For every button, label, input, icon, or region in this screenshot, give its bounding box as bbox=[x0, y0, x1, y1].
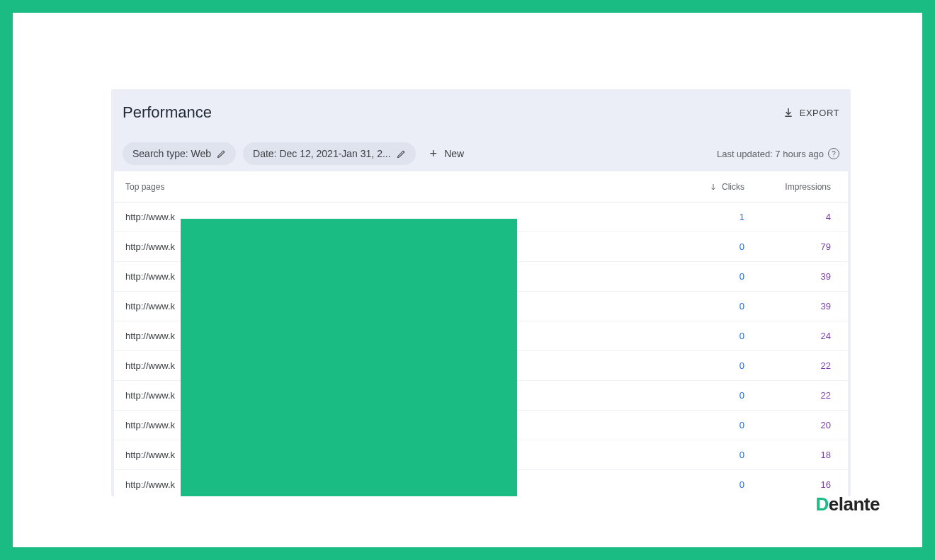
cell-clicks: 0 bbox=[664, 450, 749, 460]
cell-impressions: 4 bbox=[749, 212, 848, 222]
cell-impressions: 16 bbox=[749, 479, 848, 490]
cell-impressions: 22 bbox=[749, 390, 848, 401]
col-header-pages[interactable]: Top pages bbox=[114, 182, 664, 192]
last-updated-text: Last updated: 7 hours ago bbox=[717, 149, 824, 159]
add-filter-button[interactable]: + New bbox=[423, 142, 472, 165]
sort-down-icon bbox=[709, 183, 718, 191]
date-range-label: Date: Dec 12, 2021-Jan 31, 2... bbox=[253, 148, 391, 159]
cell-impressions: 22 bbox=[749, 360, 848, 371]
cell-impressions: 20 bbox=[749, 420, 848, 430]
outer-frame: Performance EXPORT Search type: Web Date… bbox=[0, 0, 935, 560]
brand-first-letter: D bbox=[816, 493, 829, 515]
new-label: New bbox=[444, 148, 464, 159]
plus-icon: + bbox=[430, 147, 438, 161]
pencil-icon bbox=[217, 149, 226, 159]
table-header-row: Top pages Clicks Impressions bbox=[114, 171, 848, 202]
clicks-header-text: Clicks bbox=[722, 182, 744, 192]
cell-clicks: 0 bbox=[664, 241, 749, 252]
cell-impressions: 39 bbox=[749, 271, 848, 282]
cell-impressions: 39 bbox=[749, 301, 848, 312]
cell-clicks: 0 bbox=[664, 479, 749, 490]
last-updated: Last updated: 7 hours ago ? bbox=[717, 148, 839, 159]
page-title: Performance bbox=[123, 103, 212, 122]
help-icon[interactable]: ? bbox=[828, 148, 839, 159]
export-label: EXPORT bbox=[800, 108, 839, 118]
cell-clicks: 1 bbox=[664, 212, 749, 222]
cell-impressions: 18 bbox=[749, 450, 848, 460]
cell-impressions: 24 bbox=[749, 331, 848, 341]
col-header-impressions[interactable]: Impressions bbox=[749, 182, 848, 192]
cell-clicks: 0 bbox=[664, 390, 749, 401]
cell-clicks: 0 bbox=[664, 360, 749, 371]
panel-header: Performance EXPORT bbox=[111, 89, 851, 136]
export-button[interactable]: EXPORT bbox=[783, 107, 839, 118]
cell-impressions: 79 bbox=[749, 241, 848, 252]
search-type-chip[interactable]: Search type: Web bbox=[123, 142, 236, 165]
date-range-chip[interactable]: Date: Dec 12, 2021-Jan 31, 2... bbox=[243, 142, 416, 165]
search-type-label: Search type: Web bbox=[132, 148, 211, 159]
redaction-block bbox=[181, 219, 517, 496]
filter-bar: Search type: Web Date: Dec 12, 2021-Jan … bbox=[111, 136, 851, 171]
pencil-icon bbox=[397, 149, 406, 159]
col-header-clicks[interactable]: Clicks bbox=[664, 182, 749, 192]
download-icon bbox=[783, 107, 794, 118]
cell-clicks: 0 bbox=[664, 301, 749, 312]
brand-logo: Delante bbox=[816, 493, 880, 515]
cell-clicks: 0 bbox=[664, 271, 749, 282]
filter-chips: Search type: Web Date: Dec 12, 2021-Jan … bbox=[123, 142, 471, 165]
cell-clicks: 0 bbox=[664, 331, 749, 341]
cell-clicks: 0 bbox=[664, 420, 749, 430]
brand-rest: elante bbox=[829, 493, 880, 515]
